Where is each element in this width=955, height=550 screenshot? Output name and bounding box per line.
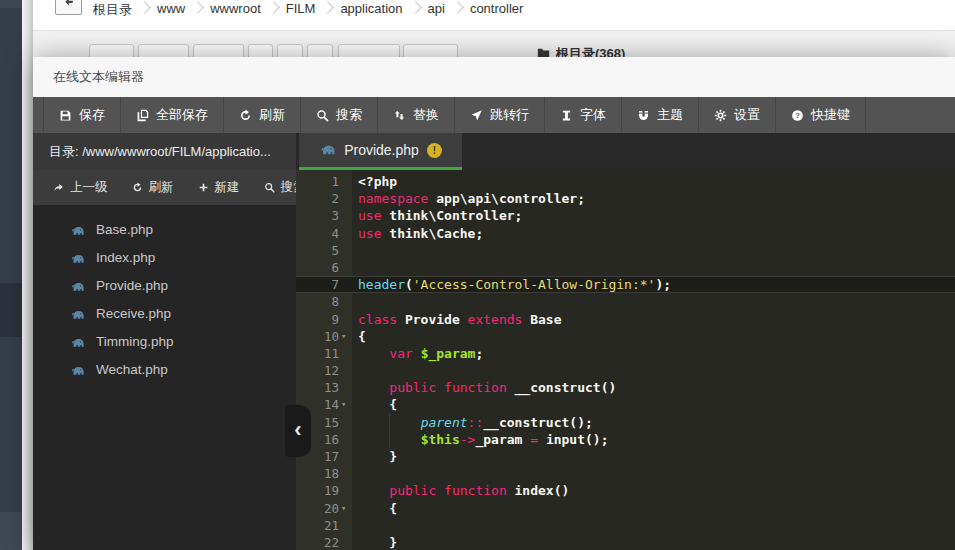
fold-spacer xyxy=(339,190,352,207)
fold-spacer xyxy=(339,259,352,276)
line-number[interactable]: 3 xyxy=(296,207,352,224)
fold-spacer xyxy=(339,517,352,534)
code-line-17[interactable]: 17 } xyxy=(296,448,955,465)
code-line-13[interactable]: 13 public function __construct() xyxy=(296,379,955,396)
code-text: public function __construct() xyxy=(352,379,955,396)
code-line-6[interactable]: 6 xyxy=(296,259,955,276)
code-line-2[interactable]: 2namespace app\api\controller; xyxy=(296,190,955,207)
code-line-3[interactable]: 3use think\Controller; xyxy=(296,207,955,224)
code-text: } xyxy=(352,448,955,465)
fold-spacer xyxy=(339,431,352,448)
toolbar-button-refresh[interactable]: 刷新 xyxy=(224,97,301,133)
code-line-18[interactable]: 18 xyxy=(296,465,955,482)
breadcrumb-separator-icon xyxy=(322,1,335,14)
line-number[interactable]: 2 xyxy=(296,190,352,207)
file-item-Receive.php[interactable]: Receive.php xyxy=(33,299,296,327)
file-item-Timming.php[interactable]: Timming.php xyxy=(33,327,296,355)
line-number-text: 14 xyxy=(324,396,339,413)
code-line-21[interactable]: 21 xyxy=(296,517,955,534)
code-text: } xyxy=(352,534,955,550)
line-number[interactable]: 13 xyxy=(296,379,352,396)
line-number[interactable]: 21 xyxy=(296,517,352,534)
line-number-text: 13 xyxy=(324,379,339,396)
code-line-1[interactable]: 1<?php xyxy=(296,173,955,190)
file-item-Base.php[interactable]: Base.php xyxy=(33,215,296,243)
code-line-4[interactable]: 4use think\Cache; xyxy=(296,225,955,242)
breadcrumb-item-api[interactable]: api xyxy=(426,0,447,16)
sidebar-segment xyxy=(0,0,22,8)
collapse-panel-button[interactable]: ‹ xyxy=(285,405,311,457)
fold-spacer xyxy=(339,207,352,224)
line-number[interactable]: 9 xyxy=(296,311,352,328)
line-number[interactable]: 11 xyxy=(296,345,352,362)
code-line-5[interactable]: 5 xyxy=(296,242,955,259)
breadcrumb-item-controller[interactable]: controller xyxy=(468,0,525,16)
back-arrow-icon xyxy=(63,0,75,12)
toolbar-button-replace[interactable]: 替换 xyxy=(378,97,455,133)
fold-spacer xyxy=(339,173,352,190)
line-number-text: 12 xyxy=(324,362,339,379)
line-number[interactable]: 19 xyxy=(296,482,352,499)
line-number[interactable]: 4 xyxy=(296,225,352,242)
code-line-10[interactable]: 10▾{ xyxy=(296,328,955,345)
file-panel-button-new-file[interactable]: 新建 xyxy=(198,179,240,196)
code-line-14[interactable]: 14▾ { xyxy=(296,396,955,413)
file-item-Wechat.php[interactable]: Wechat.php xyxy=(33,355,296,383)
code-line-22[interactable]: 22 } xyxy=(296,534,955,550)
fold-spacer xyxy=(339,276,352,293)
breadcrumb-item-application[interactable]: application xyxy=(338,0,404,16)
line-number-text: 18 xyxy=(324,465,339,482)
back-button[interactable] xyxy=(55,0,82,15)
file-panel-button-refresh[interactable]: 刷新 xyxy=(132,179,174,196)
toolbar-button-goto-line[interactable]: 跳转行 xyxy=(455,97,545,133)
up-level-icon xyxy=(53,182,64,193)
tab-provide-php[interactable]: Provide.php ! xyxy=(299,133,462,170)
code-text xyxy=(352,517,955,534)
toolbar-button-theme[interactable]: 主题 xyxy=(622,97,699,133)
code-text xyxy=(352,259,955,276)
code-line-19[interactable]: 19 public function index() xyxy=(296,482,955,499)
modal-title: 在线文本编辑器 xyxy=(33,57,955,97)
toolbar-button-font[interactable]: 字体 xyxy=(545,97,622,133)
code-line-16[interactable]: 16 $this->_param = input(); xyxy=(296,431,955,448)
line-number[interactable]: 8 xyxy=(296,293,352,310)
code-line-9[interactable]: 9class Provide extends Base xyxy=(296,311,955,328)
php-file-icon xyxy=(70,250,85,265)
code-line-7[interactable]: 7header('Access-Control-Allow-Origin:*')… xyxy=(296,276,955,293)
toolbar-button-save-all[interactable]: 全部保存 xyxy=(121,97,224,133)
line-number-text: 1 xyxy=(331,173,339,190)
line-number[interactable]: 18 xyxy=(296,465,352,482)
fold-arrow-icon[interactable]: ▾ xyxy=(339,500,352,517)
code-line-8[interactable]: 8 xyxy=(296,293,955,310)
file-item-Index.php[interactable]: Index.php xyxy=(33,243,296,271)
line-number[interactable]: 20▾ xyxy=(296,500,352,517)
breadcrumb-item-FILM[interactable]: FILM xyxy=(284,0,318,16)
breadcrumb-item-wwwroot[interactable]: wwwroot xyxy=(208,0,263,16)
breadcrumb-item-根目录[interactable]: 根目录 xyxy=(91,0,134,19)
file-item-label: Provide.php xyxy=(96,278,168,293)
breadcrumb-separator-icon xyxy=(138,1,151,14)
line-number[interactable]: 10▾ xyxy=(296,328,352,345)
breadcrumb-item-www[interactable]: www xyxy=(155,0,187,16)
code-editor[interactable]: 1<?php2namespace app\api\controller;3use… xyxy=(296,170,955,550)
line-number[interactable]: 1 xyxy=(296,173,352,190)
line-number-text: 2 xyxy=(331,190,339,207)
toolbar-button-hotkeys[interactable]: ?快捷键 xyxy=(776,97,866,133)
line-number[interactable]: 22 xyxy=(296,534,352,550)
code-line-11[interactable]: 11 var $_param; xyxy=(296,345,955,362)
fold-arrow-icon[interactable]: ▾ xyxy=(339,396,352,413)
file-item-Provide.php[interactable]: Provide.php xyxy=(33,271,296,299)
line-number[interactable]: 12 xyxy=(296,362,352,379)
toolbar-button-search[interactable]: 搜索 xyxy=(301,97,378,133)
fold-arrow-icon[interactable]: ▾ xyxy=(339,328,352,345)
line-number[interactable]: 7 xyxy=(296,276,352,293)
code-line-15[interactable]: 15 parent::__construct(); xyxy=(296,414,955,431)
line-number[interactable]: 5 xyxy=(296,242,352,259)
search-icon xyxy=(316,109,329,122)
toolbar-button-settings[interactable]: 设置 xyxy=(699,97,776,133)
code-line-20[interactable]: 20▾ { xyxy=(296,500,955,517)
toolbar-button-save[interactable]: 保存 xyxy=(44,97,121,133)
file-panel-button-up-level[interactable]: 上一级 xyxy=(53,179,108,196)
code-line-12[interactable]: 12 xyxy=(296,362,955,379)
line-number[interactable]: 6 xyxy=(296,259,352,276)
